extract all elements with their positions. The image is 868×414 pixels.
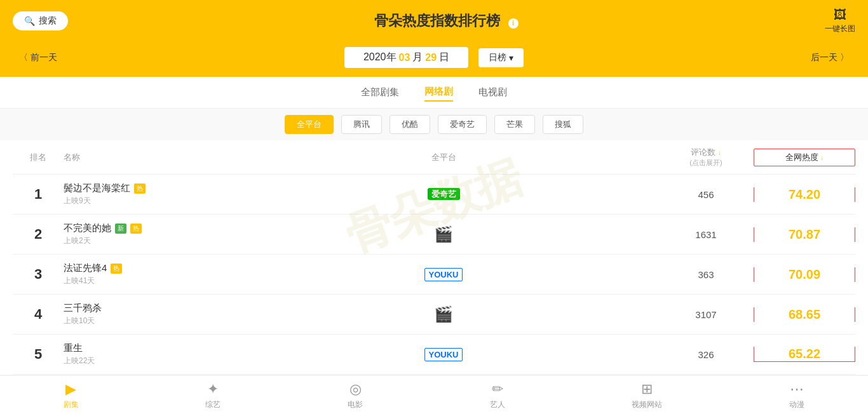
show-title[interactable]: 法证先锋4 热 [64,262,229,274]
table-row: 1 鬓边不是海棠红 热 上映9天 爱奇艺 456 74.20 [13,175,855,215]
table-header-row: 排名 名称 全平台 评论数 ↓ (点击展开) 全网热度 ↓ [13,140,855,175]
heat-sort-icon: ↓ [820,154,824,161]
comment-count: 456 [658,189,754,200]
show-air-days: 上映2天 [64,236,229,246]
hot-badge: 热 [134,184,146,194]
youku-logo2: YOUKU [424,348,463,361]
rank-number: 1 [13,186,64,203]
comments-sub: (点击展开) [658,158,754,168]
platform-filter: 全平台 腾讯 优酷 爱奇艺 芒果 搜狐 [0,109,868,140]
show-air-days: 上映41天 [64,276,229,286]
heat-score: 68.65 [754,307,855,322]
hot-badge: 热 [111,264,122,274]
platform-logo-col: 爱奇艺 [229,189,658,200]
date-selector[interactable]: 2020年 03 月 29 日 [344,47,468,68]
next-day-button[interactable]: 后一天 〉 [804,50,855,66]
heat-score: 74.20 [754,187,855,202]
show-name-col: 不完美的她 新 热 上映2天 [64,222,229,246]
show-name-col: 鬓边不是海棠红 热 上映9天 [64,182,229,206]
date-controls: 2020年 03 月 29 日 日榜 ▾ [344,47,524,68]
show-title[interactable]: 不完美的她 新 热 [64,222,229,234]
rank-number: 3 [13,266,64,283]
platform-btn-iqiyi[interactable]: 爱奇艺 [438,115,487,134]
platform-logo-col: 🎬 [229,305,658,323]
iqiyi-logo: 爱奇艺 [428,188,460,200]
hot-badge: 热 [130,224,142,234]
tab-tv-drama[interactable]: 电视剧 [478,84,507,101]
show-title[interactable]: 鬓边不是海棠红 热 [64,182,229,194]
th-comments[interactable]: 评论数 ↓ (点击展开) [658,147,754,168]
show-title[interactable]: 重生 [64,342,229,354]
search-icon: 🔍 [24,16,35,26]
platform-logo-col: YOUKU [229,269,658,279]
comment-count: 363 [658,269,754,280]
table-row: 5 重生 上映22天 YOUKU 326 65.22 [13,335,855,375]
platform-logo-col: 🎬 [229,225,658,243]
platform-btn-sohu[interactable]: 搜狐 [543,115,583,134]
table-row: 3 法证先锋4 热 上映41天 YOUKU 363 70.09 [13,255,855,295]
heat-score: 65.22 [754,347,855,362]
date-month-suffix: 月 [412,51,423,64]
date-day-suffix: 日 [439,51,449,64]
rank-number: 2 [13,226,64,243]
one-key-long-image-button[interactable]: 🖼 一键长图 [825,8,855,34]
show-air-days: 上映10天 [64,316,229,326]
show-name-col: 三千鸦杀 上映10天 [64,302,229,326]
tencent-logo: 🎬 [434,225,453,243]
comment-count: 326 [658,349,754,360]
camera-icon: 🖼 [834,8,846,22]
dropdown-icon: ▾ [509,53,513,63]
table-row: 2 不完美的她 新 热 上映2天 🎬 1631 70.87 [13,215,855,255]
heat-score: 70.09 [754,267,855,282]
tencent-logo2: 🎬 [434,305,453,323]
one-key-label: 一键长图 [825,23,855,34]
comment-count: 3107 [658,309,754,320]
comments-sort-icon: ↓ [718,149,721,156]
search-button[interactable]: 🔍 搜索 [13,11,68,30]
th-platform: 全平台 [229,152,658,163]
platform-btn-all[interactable]: 全平台 [285,115,334,134]
comment-count: 1631 [658,229,754,240]
show-name-col: 重生 上映22天 [64,342,229,366]
info-icon[interactable]: i [508,18,519,29]
header: 🔍 搜索 骨朵热度指数排行榜 i 🖼 一键长图 [0,0,868,42]
show-name-col: 法证先锋4 热 上映41天 [64,262,229,286]
tab-web-drama[interactable]: 网络剧 [424,83,453,102]
heat-score: 70.87 [754,227,855,242]
rank-number: 4 [13,306,64,323]
date-type-label: 日榜 [489,52,506,63]
prev-day-button[interactable]: 〈 前一天 [13,50,64,66]
youku-logo: YOUKU [424,268,463,281]
date-year: 2020年 [363,51,397,64]
platform-logo-col: YOUKU [229,349,658,359]
date-day: 29 [425,52,437,63]
show-air-days: 上映22天 [64,356,229,366]
rank-number: 5 [13,346,64,363]
rankings-table: 排名 名称 全平台 评论数 ↓ (点击展开) 全网热度 ↓ 1 鬓边不是海棠红 … [0,140,868,375]
th-rank: 排名 [13,152,64,163]
date-type-selector[interactable]: 日榜 ▾ [478,48,524,67]
new-badge: 新 [115,224,126,234]
page-title: 骨朵热度指数排行榜 i [68,11,825,30]
platform-btn-youku[interactable]: 优酷 [390,115,430,134]
platform-btn-tencent[interactable]: 腾讯 [341,115,382,134]
date-bar: 〈 前一天 2020年 03 月 29 日 日榜 ▾ 后一天 〉 [0,42,868,77]
th-heat[interactable]: 全网热度 ↓ [754,149,855,166]
date-month: 03 [399,52,410,63]
platform-btn-mango[interactable]: 芒果 [494,115,535,134]
show-air-days: 上映9天 [64,196,229,206]
table-row: 4 三千鸦杀 上映10天 🎬 3107 68.65 [13,295,855,335]
category-tabs: 全部剧集 网络剧 电视剧 [0,77,868,109]
show-title[interactable]: 三千鸦杀 [64,302,229,314]
search-label: 搜索 [39,15,57,27]
tab-all-drama[interactable]: 全部剧集 [361,84,399,101]
th-name: 名称 [64,152,229,163]
